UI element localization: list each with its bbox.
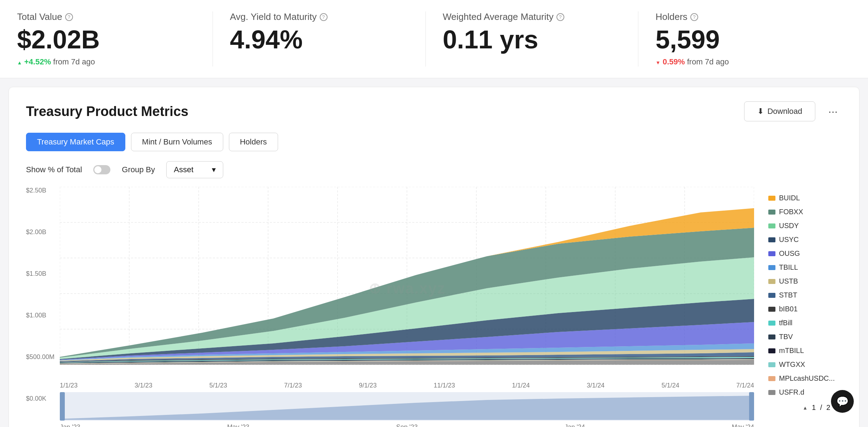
legend-label-wtgxx: WTGXX [779, 360, 805, 369]
download-icon: ⬇ [757, 107, 764, 116]
legend-label-buidl: BUIDL [779, 194, 800, 202]
show-pct-toggle[interactable] [93, 165, 110, 174]
pagination-separator: / [820, 404, 822, 412]
legend-item-mplcash: MPLcashUSDC... [768, 374, 847, 383]
legend-label-tbill: TBILL [779, 263, 798, 272]
total-value-pct: +4.52% [24, 57, 51, 66]
legend-label-tfbill: tfBill [779, 319, 793, 327]
holders-down-arrow: ▼ [655, 60, 660, 65]
legend-item-stbt: STBT [768, 291, 847, 299]
y-label-0: $2.50B [26, 187, 58, 194]
legend-item-bib01: bIB01 [768, 305, 847, 313]
avg-yield-info-icon[interactable]: ? [320, 13, 328, 21]
legend-item-usdy: USDY [768, 222, 847, 230]
metric-weighted-maturity: Weighted Average Maturity ? 0.11 yrs [443, 11, 639, 67]
holders-value: 5,599 [655, 27, 834, 52]
chat-button[interactable]: 💬 [831, 390, 854, 413]
legend-label-stbt: STBT [779, 291, 797, 299]
metric-avg-yield: Avg. Yield to Maturity ? 4.94% [230, 11, 426, 67]
avg-yield-label: Avg. Yield to Maturity [230, 11, 317, 22]
metric-total-value: Total Value ? $2.02B ▲ +4.52% from 7d ag… [17, 11, 213, 67]
group-by-value: Asset [174, 165, 193, 174]
x-label-7: 3/1/24 [587, 382, 605, 389]
chart-controls: Show % of Total Group By Asset ▾ [26, 161, 842, 178]
legend-color-tbill [768, 265, 775, 270]
tab-treasury-market-caps[interactable]: Treasury Market Caps [26, 133, 125, 151]
legend-item-buidl: BUIDL [768, 194, 847, 202]
legend-label-usfrd: USFR.d [779, 388, 804, 396]
legend-item-ousg: OUSG [768, 249, 847, 258]
legend-label-mplcash: MPLcashUSDC... [779, 374, 835, 383]
legend-item-tbill: TBILL [768, 263, 847, 272]
show-pct-label: Show % of Total [26, 165, 82, 174]
total-value-change: ▲ +4.52% from 7d ago [17, 57, 195, 67]
main-chart-svg [60, 187, 754, 379]
legend-item-ustb: USTB [768, 277, 847, 285]
chart-container: Treasury Product Metrics ⬇ Download ··· … [9, 87, 859, 427]
legend-color-fobxx [768, 210, 775, 215]
legend-label-mtbill: mTBILL [779, 347, 804, 355]
legend-item-fobxx: FOBXX [768, 208, 847, 216]
metrics-bar: Total Value ? $2.02B ▲ +4.52% from 7d ag… [0, 0, 868, 78]
avg-yield-value: 4.94% [230, 27, 408, 52]
legend-color-tfbill [768, 321, 775, 326]
legend-color-wtgxx [768, 362, 775, 367]
download-button[interactable]: ⬇ Download [744, 101, 815, 121]
total-value-suffix: from 7d ago [53, 57, 95, 66]
more-options-button[interactable]: ··· [824, 102, 842, 121]
tab-holders[interactable]: Holders [229, 133, 278, 151]
x-label-0: 1/1/23 [60, 382, 78, 389]
legend-color-stbt [768, 293, 775, 298]
legend-label-tbv: TBV [779, 333, 793, 341]
total-value-info-icon[interactable]: ? [65, 13, 73, 21]
chat-icon: 💬 [836, 396, 849, 407]
mini-handle-right[interactable] [749, 392, 754, 421]
legend-color-mplcash [768, 376, 775, 381]
chart-legend: BUIDL FOBXX USDY USYC OUSG TBILL [768, 187, 847, 427]
legend-color-ousg [768, 251, 775, 256]
x-label-3: 7/1/23 [284, 382, 302, 389]
legend-color-buidl [768, 196, 775, 201]
holders-change: ▼ 0.59% from 7d ago [655, 57, 834, 67]
legend-color-mtbill [768, 348, 775, 353]
legend-item-tbv: TBV [768, 333, 847, 341]
mini-x-labels: Jan '23 May '23 Sep '23 Jan '24 May '24 [60, 423, 754, 427]
legend-label-fobxx: FOBXX [779, 208, 803, 216]
chart-main: $2.50B $2.00B $1.50B $1.00B $500.00M $0.… [26, 187, 754, 427]
y-label-2: $1.50B [26, 270, 58, 278]
mini-chart-svg [60, 392, 754, 421]
pagination-total: 2 [826, 404, 830, 412]
group-by-label: Group By [122, 165, 155, 174]
group-by-select[interactable]: Asset ▾ [166, 161, 223, 178]
mini-x-label-4: May '24 [732, 423, 754, 427]
legend-item-usyc: USYC [768, 236, 847, 244]
download-label: Download [767, 107, 802, 116]
x-label-2: 5/1/23 [209, 382, 227, 389]
chart-svg-area: ⊕ rwa.xyz [60, 187, 754, 389]
holders-suffix: from 7d ago [687, 57, 729, 66]
x-label-6: 1/1/24 [512, 382, 530, 389]
y-axis-labels: $2.50B $2.00B $1.50B $1.00B $500.00M $0.… [26, 187, 58, 402]
legend-item-wtgxx: WTGXX [768, 360, 847, 369]
mini-x-label-3: Jan '24 [565, 423, 585, 427]
legend-color-ustb [768, 279, 775, 284]
chart-tabs: Treasury Market Caps Mint / Burn Volumes… [26, 133, 842, 151]
legend-label-usdy: USDY [779, 222, 799, 230]
mini-handle-left[interactable] [60, 392, 65, 421]
legend-label-bib01: bIB01 [779, 305, 798, 313]
weighted-maturity-info-icon[interactable]: ? [556, 13, 564, 21]
legend-color-usfrd [768, 390, 775, 395]
legend-label-usyc: USYC [779, 236, 799, 244]
legend-color-tbv [768, 334, 775, 339]
tab-mint-burn-volumes[interactable]: Mint / Burn Volumes [131, 133, 223, 151]
holders-label: Holders [655, 11, 687, 22]
holders-pct: 0.59% [663, 57, 685, 66]
y-label-1: $2.00B [26, 228, 58, 236]
chart-title: Treasury Product Metrics [26, 104, 188, 119]
x-label-4: 9/1/23 [359, 382, 377, 389]
pagination-prev[interactable]: ▲ [802, 405, 807, 411]
holders-info-icon[interactable]: ? [690, 13, 698, 21]
chart-header: Treasury Product Metrics ⬇ Download ··· [26, 101, 842, 121]
legend-color-usyc [768, 237, 775, 242]
x-label-5: 11/1/23 [434, 382, 455, 389]
